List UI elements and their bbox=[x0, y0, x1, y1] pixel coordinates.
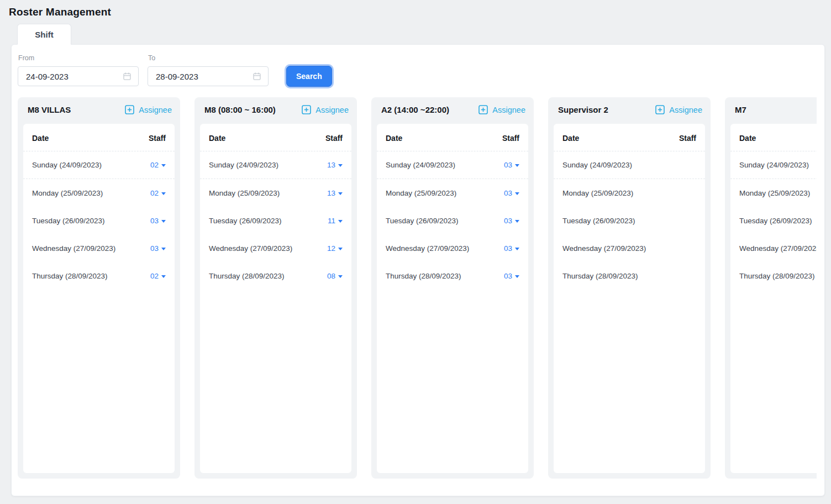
calendar-icon[interactable] bbox=[253, 72, 261, 81]
row-date: Monday (25/09/2023) bbox=[562, 189, 633, 197]
date-column-header: Date bbox=[562, 134, 579, 143]
shift-date-row: Monday (25/09/2023) 03 bbox=[377, 179, 528, 207]
staff-count-dropdown[interactable]: 03 bbox=[150, 244, 166, 253]
shift-panel: From To bbox=[11, 44, 825, 496]
date-column-header: Date bbox=[32, 134, 49, 143]
shift-date-row: Sunday (24/09/2023) 03 bbox=[377, 151, 528, 179]
row-date: Monday (25/09/2023) bbox=[209, 189, 280, 197]
shift-date-row: Wednesday (27/09/2023) bbox=[554, 234, 705, 262]
to-label: To bbox=[148, 54, 269, 62]
assignee-label: Assignee bbox=[669, 106, 702, 114]
shift-date-row: Wednesday (27/09/2023) 03 bbox=[23, 234, 175, 262]
row-date: Tuesday (26/09/2023) bbox=[32, 217, 105, 225]
shift-date-row: Monday (25/09/2023) bbox=[554, 179, 705, 207]
staff-count: 11 bbox=[328, 217, 335, 225]
shift-card-title: M8 (08:00 ~ 16:00) bbox=[204, 105, 276, 114]
shift-date-row: Thursday (28/09/2023) bbox=[730, 262, 817, 290]
staff-count-dropdown[interactable]: 02 bbox=[150, 161, 166, 169]
shift-table-body: Sunday (24/09/2023) 03 Monday (25/09/202… bbox=[377, 151, 528, 290]
caret-down-icon bbox=[161, 192, 166, 195]
caret-down-icon bbox=[338, 220, 343, 223]
staff-count-dropdown[interactable]: 03 bbox=[504, 217, 519, 225]
row-date: Sunday (24/09/2023) bbox=[386, 161, 455, 169]
caret-down-icon bbox=[338, 164, 343, 167]
caret-down-icon bbox=[338, 275, 343, 278]
staff-count: 02 bbox=[150, 189, 159, 197]
shift-date-row: Tuesday (26/09/2023) bbox=[730, 207, 817, 234]
shift-table: Date Staff Sunday (24/09/2023) 03 Monday… bbox=[377, 124, 528, 473]
caret-down-icon bbox=[515, 220, 519, 223]
shift-date-row: Monday (25/09/2023) 13 bbox=[200, 179, 351, 207]
shift-card: Supervisor 2 Assignee Date Staff Sunday … bbox=[548, 97, 711, 479]
row-date: Thursday (28/09/2023) bbox=[562, 272, 638, 280]
staff-count: 03 bbox=[504, 217, 512, 225]
add-assignee-button[interactable]: Assignee bbox=[125, 105, 172, 114]
add-assignee-button[interactable]: Assignee bbox=[478, 105, 525, 114]
staff-count-dropdown[interactable]: 13 bbox=[327, 189, 343, 197]
staff-count-dropdown[interactable]: 03 bbox=[504, 272, 519, 280]
staff-count-dropdown[interactable]: 02 bbox=[150, 189, 166, 197]
staff-count-dropdown[interactable]: 08 bbox=[327, 272, 343, 280]
shift-table-header: Date Staff bbox=[377, 124, 528, 151]
shift-cards-scroll[interactable]: M8 VILLAS Assignee Date Staff Sunday (24… bbox=[18, 97, 817, 484]
search-button[interactable]: Search bbox=[286, 66, 332, 87]
add-assignee-button[interactable]: Assignee bbox=[302, 105, 349, 114]
shift-date-row: Sunday (24/09/2023) 02 bbox=[23, 151, 175, 179]
caret-down-icon bbox=[515, 164, 519, 167]
plus-square-icon bbox=[302, 105, 311, 114]
shift-date-row: Tuesday (26/09/2023) 03 bbox=[23, 207, 175, 234]
add-assignee-button[interactable]: Assignee bbox=[655, 105, 702, 114]
shift-date-row: Monday (25/09/2023) 02 bbox=[23, 179, 175, 207]
shift-card-title: M8 VILLAS bbox=[28, 105, 71, 114]
staff-count: 13 bbox=[327, 189, 335, 197]
row-date: Thursday (28/09/2023) bbox=[32, 272, 108, 280]
row-date: Wednesday (27/09/2023) bbox=[739, 244, 817, 253]
shift-date-row: Tuesday (26/09/2023) bbox=[554, 207, 705, 234]
to-field-group: To bbox=[148, 54, 269, 86]
staff-count: 03 bbox=[504, 244, 512, 253]
row-date: Wednesday (27/09/2023) bbox=[32, 244, 115, 253]
assignee-label: Assignee bbox=[139, 106, 172, 114]
shift-card: M7 Assignee Date Staff Sunday (24/09/202… bbox=[725, 97, 817, 479]
from-date-value[interactable] bbox=[25, 71, 113, 82]
row-date: Sunday (24/09/2023) bbox=[562, 161, 632, 169]
staff-count-dropdown[interactable]: 03 bbox=[504, 161, 519, 169]
assignee-label: Assignee bbox=[492, 106, 525, 114]
shift-date-row: Monday (25/09/2023) bbox=[730, 179, 817, 207]
staff-count-dropdown[interactable]: 03 bbox=[504, 244, 519, 253]
staff-count-dropdown[interactable]: 03 bbox=[504, 189, 519, 197]
staff-count: 03 bbox=[504, 161, 512, 169]
staff-count-dropdown[interactable]: 12 bbox=[327, 244, 343, 253]
staff-count: 08 bbox=[327, 272, 335, 280]
shift-card-title: M7 bbox=[735, 105, 746, 114]
row-date: Wednesday (27/09/2023) bbox=[386, 244, 469, 253]
shift-card-title: Supervisor 2 bbox=[558, 105, 608, 114]
shift-card: M8 (08:00 ~ 16:00) Assignee Date Staff S… bbox=[194, 97, 357, 479]
staff-count-dropdown[interactable]: 13 bbox=[327, 161, 343, 169]
staff-count-dropdown[interactable]: 03 bbox=[150, 217, 166, 225]
row-date: Sunday (24/09/2023) bbox=[209, 161, 278, 169]
row-date: Wednesday (27/09/2023) bbox=[562, 244, 646, 253]
from-label: From bbox=[18, 54, 139, 62]
shift-table: Date Staff Sunday (24/09/2023) Monday (2… bbox=[554, 124, 705, 473]
caret-down-icon bbox=[161, 164, 166, 167]
shift-card: M8 VILLAS Assignee Date Staff Sunday (24… bbox=[18, 97, 180, 479]
staff-count-dropdown[interactable]: 02 bbox=[150, 272, 166, 280]
shift-date-row: Thursday (28/09/2023) 02 bbox=[23, 262, 175, 290]
from-date-input[interactable] bbox=[18, 66, 139, 86]
calendar-icon[interactable] bbox=[123, 72, 132, 81]
staff-count: 12 bbox=[327, 244, 335, 253]
shift-table-body: Sunday (24/09/2023) 02 Monday (25/09/202… bbox=[23, 151, 175, 290]
filters-row: From To bbox=[18, 54, 824, 86]
row-date: Tuesday (26/09/2023) bbox=[739, 217, 812, 225]
row-date: Thursday (28/09/2023) bbox=[739, 272, 815, 280]
to-date-input[interactable] bbox=[148, 66, 269, 86]
staff-count-dropdown[interactable]: 11 bbox=[328, 217, 343, 225]
to-date-value[interactable] bbox=[155, 71, 243, 82]
plus-square-icon bbox=[478, 105, 488, 114]
plus-square-icon bbox=[125, 105, 134, 114]
tab-shift[interactable]: Shift bbox=[17, 24, 71, 45]
shift-table-body: Sunday (24/09/2023) Monday (25/09/2023) … bbox=[730, 151, 817, 290]
row-date: Sunday (24/09/2023) bbox=[32, 161, 102, 169]
staff-count: 02 bbox=[150, 161, 159, 169]
